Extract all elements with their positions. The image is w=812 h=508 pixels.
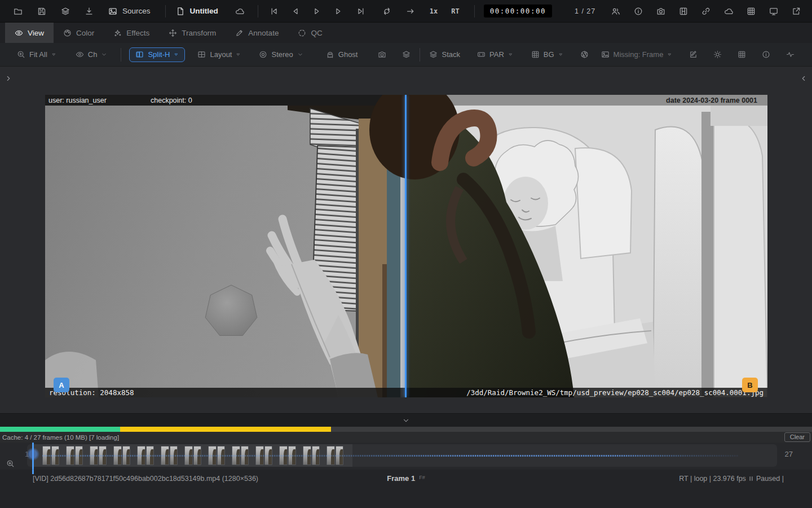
channel-button[interactable]: Ch (76, 50, 108, 59)
pop-out-button[interactable] (792, 7, 801, 16)
play-direction-button[interactable] (406, 7, 415, 16)
save-button[interactable] (37, 7, 46, 16)
aperture-button[interactable] (580, 50, 589, 59)
cloud-sync-button[interactable] (235, 7, 244, 16)
open-button[interactable] (14, 7, 23, 16)
link-icon (701, 7, 710, 16)
timeline[interactable]: 1 27 (0, 443, 812, 470)
timecode-display[interactable]: 00:00:00:00 (484, 5, 552, 17)
save-icon (37, 7, 46, 16)
pen-icon (235, 29, 244, 37)
expand-right-panel-button[interactable] (800, 75, 807, 82)
split-wipe-handle[interactable] (405, 95, 407, 397)
edit-icon (689, 50, 698, 59)
expand-left-panel-button[interactable] (5, 75, 12, 82)
monitor-icon (769, 7, 778, 16)
audio-waveform (42, 455, 739, 457)
cloud-icon (235, 7, 244, 16)
folder-icon (14, 7, 23, 16)
info-button[interactable] (634, 7, 643, 16)
cache-status-row: Cache: 4 / 27 frames (10 MB) [7 loading]… (0, 432, 812, 443)
cache-loaded-segment (0, 427, 120, 432)
bg-button[interactable]: BG (531, 50, 563, 59)
chevron-left-icon (800, 75, 807, 82)
layers-button[interactable] (61, 7, 70, 16)
document-icon (176, 7, 185, 16)
caret-down-icon (236, 52, 241, 57)
layout-label: Layout (210, 50, 232, 59)
top-toolbar: Sources Untitled 1x RT 00:00:00:00 1 / 2… (0, 0, 812, 23)
scopes-button[interactable] (786, 50, 795, 59)
missing-frame-button[interactable]: Missing: Frame (601, 50, 673, 59)
camera-icon (378, 50, 386, 59)
collaborators-button[interactable] (611, 7, 620, 16)
tab-effects[interactable]: Effects (104, 23, 159, 43)
grid-view-button[interactable] (747, 7, 756, 16)
status-bar: [VID] 2d56d82687b78171f50c496bab002bc18d… (0, 470, 812, 494)
collapse-viewer-button[interactable] (402, 417, 410, 424)
download-button[interactable] (85, 7, 94, 16)
ghost-button[interactable]: Ghost (326, 50, 358, 59)
stereo-label: Stereo (271, 50, 293, 59)
split-view-icon (135, 50, 144, 59)
play-button[interactable] (312, 7, 321, 16)
image-viewport[interactable]: user: russian_user checkpoint: 0 date 20… (45, 95, 767, 397)
stereo-button[interactable]: Stereo (259, 50, 303, 59)
speed-label: 1x (430, 7, 438, 15)
metadata-button[interactable] (762, 50, 770, 59)
fit-all-button[interactable]: Fit All (17, 50, 56, 59)
tab-transform[interactable]: Transform (159, 23, 226, 43)
fit-all-label: Fit All (29, 50, 47, 59)
viewer-stage: user: russian_user checkpoint: 0 date 20… (0, 67, 812, 427)
par-button[interactable]: PAR (477, 50, 513, 59)
pixel-grid-button[interactable] (738, 50, 746, 59)
stack-button[interactable]: Stack (429, 50, 460, 59)
sun-icon (713, 50, 722, 59)
move-icon (169, 29, 177, 37)
tab-qc[interactable]: QC (288, 23, 332, 43)
frame-indicator[interactable]: Frame 1 F# (387, 474, 425, 483)
tab-annotate[interactable]: Annotate (226, 23, 288, 43)
view-toolbar: Fit All Ch Split-H Layout Stereo Ghost S… (0, 43, 812, 67)
pixel-aspect-icon (477, 50, 486, 59)
sources-button[interactable]: Sources (108, 7, 151, 16)
realtime-button[interactable]: RT (451, 7, 459, 15)
capture-button[interactable] (378, 50, 386, 59)
snapshot-button[interactable] (656, 7, 665, 16)
speed-button[interactable]: 1x (430, 7, 438, 15)
compare-a-badge[interactable]: A (54, 378, 69, 392)
media-button[interactable] (679, 7, 688, 16)
grid-icon (531, 50, 540, 59)
clear-cache-button[interactable]: Clear (784, 432, 810, 442)
annotate-edit-button[interactable] (689, 50, 698, 59)
layout-grid-icon (197, 50, 206, 59)
goto-start-button[interactable] (270, 7, 279, 16)
compare-b-badge[interactable]: B (742, 378, 758, 392)
ghost-icon (326, 50, 334, 59)
timeline-zoom-button[interactable] (6, 459, 15, 468)
brightness-button[interactable] (713, 50, 722, 59)
cloud-button[interactable] (724, 7, 733, 16)
step-back-button[interactable] (291, 7, 300, 16)
burnin-date-frame: date 2024-03-20 frame 0001 (666, 97, 757, 104)
split-mode-button[interactable]: Split-H (129, 47, 185, 62)
loop-mode-button[interactable] (382, 7, 391, 16)
tab-label: QC (311, 29, 322, 37)
link-button[interactable] (701, 7, 710, 16)
step-forward-button[interactable] (334, 7, 343, 16)
layout-button[interactable]: Layout (197, 50, 241, 59)
goto-end-button[interactable] (356, 7, 365, 16)
playhead[interactable] (32, 443, 34, 470)
magnifier-plus-icon (6, 459, 15, 468)
layer-stack-button[interactable] (402, 50, 411, 59)
aperture-icon (580, 50, 589, 59)
session-button[interactable]: Untitled (176, 7, 218, 16)
tab-color[interactable]: Color (54, 23, 104, 43)
tab-view[interactable]: View (5, 23, 54, 43)
presentation-button[interactable] (769, 7, 778, 16)
frame-mode-label: F# (419, 475, 425, 480)
tab-label: View (28, 29, 44, 37)
tab-label: Effects (126, 29, 149, 37)
target-icon (259, 50, 267, 59)
ghost-label: Ghost (338, 50, 358, 59)
